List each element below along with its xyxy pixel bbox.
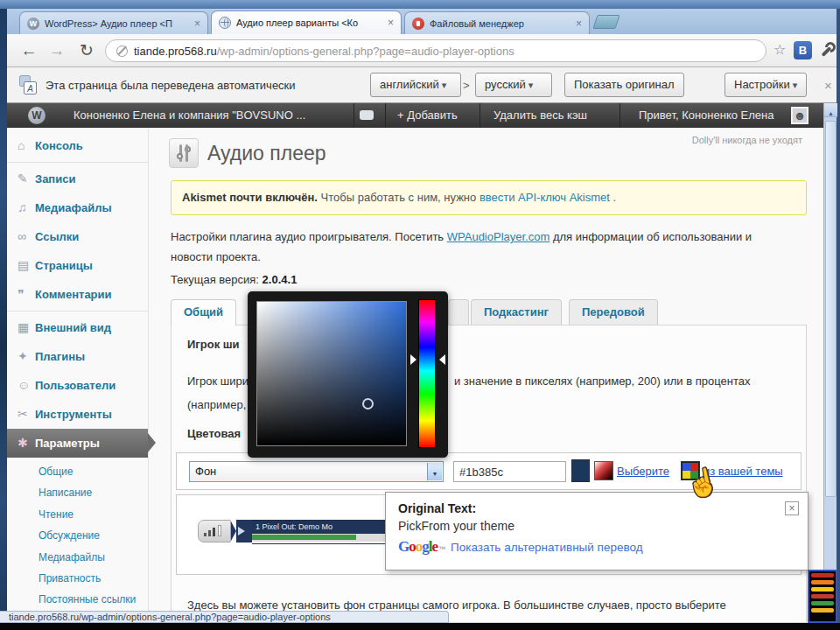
source-language-dropdown[interactable]: английский — [370, 73, 461, 97]
sidebar-item-comments[interactable]: ❞Комментарии — [7, 280, 148, 309]
google-logo: Google — [398, 538, 438, 556]
new-tab-button[interactable] — [592, 15, 620, 29]
width-description-right: и значение в пикселях (например, 200) ил… — [454, 374, 750, 388]
dashboard-icon: ⌂ — [18, 131, 35, 160]
site-name-link[interactable]: Кононенко Елена и компания "BOVSUNO ... — [66, 103, 312, 128]
tab-label: Аудио плеер варианты <Ко — [236, 18, 382, 28]
sidebar-item-users[interactable]: ☺Пользователи — [7, 371, 148, 400]
appearance-icon: ▦ — [18, 313, 35, 342]
submenu-item-privacy[interactable]: Приватность — [38, 568, 148, 589]
promo-banner — [808, 570, 837, 623]
sidebar-item-dashboard[interactable]: ⌂Консоль — [7, 131, 148, 160]
sidebar-item-links[interactable]: ∞Ссылки — [7, 222, 148, 251]
tools-icon: ✂ — [18, 400, 35, 429]
notice-text: Чтобы работать с ним, нужно — [318, 191, 480, 204]
sidebar-item-pages[interactable]: ▤Страницы — [7, 251, 148, 280]
scrollbar-thumb[interactable] — [825, 121, 836, 497]
color-swatch — [571, 459, 590, 482]
player-width-heading: Игрок ши — [187, 338, 240, 351]
submenu-item-writing[interactable]: Написание — [38, 482, 148, 503]
back-button[interactable]: ← — [18, 39, 40, 62]
tab-file-manager[interactable]: Файловый менеджер — [404, 11, 590, 34]
insecure-scheme-icon[interactable] — [116, 46, 128, 57]
tab-wordpress[interactable]: WordPress> Аудио плеер <П — [19, 11, 208, 34]
sidebar-item-tools[interactable]: ✂Инструменты — [7, 400, 148, 429]
choose-color-link[interactable]: Выберите — [617, 465, 669, 478]
play-button[interactable] — [231, 520, 252, 542]
alternate-translation-link[interactable]: Показать альтернативный перевод — [451, 541, 643, 554]
wordpress-favicon — [27, 18, 39, 30]
select-arrow-icon[interactable] — [427, 463, 442, 480]
sidebar-item-media[interactable]: ♫Медиафайлы — [7, 193, 148, 222]
tab-advanced[interactable]: Передовой — [569, 299, 658, 325]
audio-player-icon — [169, 138, 199, 168]
width-description-line2: (например, — [187, 398, 246, 411]
tooltip-close-icon[interactable] — [785, 501, 799, 515]
sidebar-item-appearance[interactable]: ▦Внешний вид — [7, 313, 148, 342]
tab-podcasting[interactable]: Подкастинг — [471, 299, 562, 325]
scroll-up-arrow[interactable] — [824, 103, 837, 117]
hue-arrow-left-icon[interactable] — [410, 354, 416, 365]
width-description-left: Игрок шири — [187, 374, 248, 388]
submenu-item-permalinks[interactable]: Постоянные ссылки — [38, 589, 148, 610]
sidebar-item-posts[interactable]: ✎Записи — [7, 164, 148, 193]
saturation-value-square[interactable] — [256, 301, 407, 446]
submenu-item-media[interactable]: Медиафайлы — [38, 547, 148, 568]
color-hex-input[interactable] — [453, 461, 566, 482]
reload-button[interactable]: ↻ — [75, 39, 98, 62]
links-icon: ∞ — [18, 222, 35, 251]
target-language-dropdown[interactable]: русский — [475, 73, 552, 97]
clear-cache-menu[interactable]: Удалить весь кэш — [486, 103, 594, 128]
hue-arrow-right-icon[interactable] — [439, 354, 445, 365]
color-target-select[interactable]: Фон — [189, 461, 444, 482]
sidebar-item-plugins[interactable]: ✦Плагины — [7, 342, 148, 371]
wp-admin-sidebar: ⌂Консоль ✎Записи ♫Медиафайлы ∞Ссылки ▤Ст… — [7, 128, 149, 623]
page-scrollbar[interactable] — [823, 103, 836, 623]
close-translate-bar-icon[interactable] — [824, 78, 832, 93]
translate-settings-dropdown[interactable]: Настройки — [724, 73, 807, 97]
tab-general[interactable]: Общий — [171, 299, 236, 326]
sidebar-separator — [7, 311, 148, 312]
howdy-account-link[interactable]: Привет, Кононенко Елена — [632, 103, 781, 128]
avatar[interactable] — [791, 107, 808, 124]
tab-audio-player-options[interactable]: Аудио плеер варианты <Ко — [211, 10, 402, 34]
forward-button[interactable]: → — [46, 39, 68, 62]
progress-bar[interactable] — [252, 534, 385, 542]
show-original-button[interactable]: Показать оригинал — [564, 73, 684, 97]
sidebar-item-settings[interactable]: ✱Параметры — [7, 429, 148, 458]
comments-bubble-icon[interactable] — [360, 110, 374, 120]
hello-dolly-lyric: Dolly'll никогда не уходят — [692, 135, 802, 145]
tab-close-icon[interactable] — [576, 18, 582, 29]
original-text-value: PickFrom your theme — [398, 519, 795, 533]
color-picker-icon[interactable] — [594, 461, 613, 480]
sidebar-item-label: Внешний вид — [35, 321, 111, 334]
language-arrow: > — [463, 79, 470, 92]
tab-close-icon[interactable] — [388, 18, 394, 28]
bookmark-star-icon[interactable] — [774, 41, 786, 58]
window-title-bar[interactable] — [0, 0, 840, 9]
sidebar-item-label: Консоль — [35, 139, 83, 152]
tab-fragment[interactable] — [448, 299, 469, 325]
wrench-menu-icon[interactable] — [821, 42, 836, 57]
audio-player-demo: 1 Pixel Out: Demo Mo — [198, 518, 386, 544]
color-selection-marker[interactable] — [362, 398, 374, 410]
hue-slider[interactable] — [418, 299, 436, 448]
player-body: 1 Pixel Out: Demo Mo — [252, 520, 386, 544]
wordpress-logo-icon[interactable] — [28, 107, 46, 124]
submenu-item-discussion[interactable]: Обсуждение — [38, 525, 148, 546]
address-bar[interactable]: tiande.pro568.ru /wp-admin/options-gener… — [105, 39, 766, 62]
akismet-key-link[interactable]: ввести API-ключ Akismet — [480, 191, 610, 204]
submenu-item-general[interactable]: Общие — [38, 461, 148, 482]
taskbar-strip — [0, 623, 840, 630]
translate-bar: Эта страница была переведена автоматичес… — [7, 67, 836, 103]
wpaudioplayer-link[interactable]: WPAudioPlayer.com — [447, 230, 550, 243]
submenu-item-reading[interactable]: Чтение — [38, 504, 148, 525]
add-new-menu[interactable]: + Добавить — [390, 103, 465, 128]
tab-close-icon[interactable] — [194, 18, 200, 29]
extension-badge[interactable]: B — [794, 41, 812, 60]
track-title: 1 Pixel Out: Demo Mo — [252, 521, 385, 534]
pages-icon: ▤ — [18, 251, 35, 280]
page-title: Аудио плеер — [207, 142, 326, 165]
status-bar: tiande.pro568.ru/wp-admin/options-genera… — [0, 611, 449, 623]
volume-control[interactable] — [198, 520, 231, 542]
